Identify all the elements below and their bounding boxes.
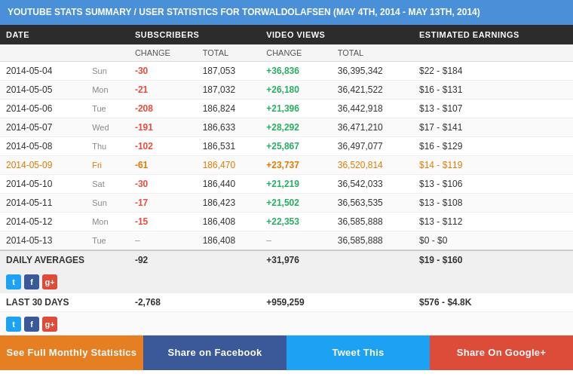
daily-averages-row: DAILY AVERAGES -92 +31,976 $19 - $160 (0, 250, 573, 270)
row-sub-total: 186,440 (197, 174, 261, 193)
row-sub-change: -17 (129, 193, 197, 212)
row-view-total: 36,395,342 (332, 61, 413, 80)
date-header: DATE (0, 25, 129, 44)
row-date: 2014-05-13 (0, 231, 86, 250)
row-day: Sat (86, 174, 129, 193)
row-sub-change: -21 (129, 80, 197, 99)
row-sub-change: -208 (129, 99, 197, 118)
row-sub-total: 186,633 (197, 118, 261, 136)
view-change-header: CHANGE (260, 44, 332, 62)
table-row: 2014-05-08 Thu -102 186,531 +25,867 36,4… (0, 136, 573, 155)
row-view-change: +22,353 (260, 212, 332, 231)
row-view-change: +21,396 (260, 99, 332, 118)
row-sub-change: -61 (129, 155, 197, 174)
table-row: 2014-05-12 Mon -15 186,408 +22,353 36,58… (0, 212, 573, 231)
row-day: Sun (86, 193, 129, 212)
facebook-share-button[interactable]: Share on Facebook (143, 335, 286, 370)
row-day: Wed (86, 118, 129, 136)
tweet-button[interactable]: Tweet This (286, 335, 430, 370)
table-container: DATE SUBSCRIBERS VIDEO VIEWS ESTIMATED E… (0, 25, 573, 335)
table-row: 2014-05-05 Mon -21 187,032 +26,180 36,42… (0, 80, 573, 99)
row-sub-change: -30 (129, 174, 197, 193)
row-earnings: $0 - $0 (413, 231, 573, 250)
table-row: 2014-05-06 Tue -208 186,824 +21,396 36,4… (0, 99, 573, 118)
row-view-total: 36,471,210 (332, 118, 413, 136)
row-day: Mon (86, 80, 129, 99)
table-row: 2014-05-13 Tue – 186,408 – 36,585,888 $0… (0, 231, 573, 250)
twitter-icon-avg[interactable]: t (6, 274, 21, 289)
date-sub (0, 44, 129, 62)
gplus-icon-last30[interactable]: g+ (42, 317, 57, 332)
gplus-share-button[interactable]: Share On Google+ (430, 335, 573, 370)
social-icons-row-last30: t f g+ (0, 311, 573, 335)
row-view-total: 36,585,888 (332, 231, 413, 250)
avg-earnings: $19 - $160 (413, 250, 573, 270)
header-title: YOUTUBE STATS SUMMARY / USER STATISTICS … (8, 7, 480, 17)
stats-table: DATE SUBSCRIBERS VIDEO VIEWS ESTIMATED E… (0, 25, 573, 335)
row-view-total: 36,563,535 (332, 193, 413, 212)
row-view-change: +23,737 (260, 155, 332, 174)
row-view-total: 36,585,888 (332, 212, 413, 231)
video-views-header: VIDEO VIEWS (260, 25, 413, 44)
row-date: 2014-05-07 (0, 118, 86, 136)
last30-sub-change: -2,768 (129, 292, 197, 311)
row-view-change: +25,867 (260, 136, 332, 155)
row-sub-change: -102 (129, 136, 197, 155)
table-row: 2014-05-11 Sun -17 186,423 +21,502 36,56… (0, 193, 573, 212)
row-sub-total: 187,032 (197, 80, 261, 99)
row-sub-change: -30 (129, 61, 197, 80)
row-sub-change: – (129, 231, 197, 250)
row-earnings: $16 - $131 (413, 80, 573, 99)
row-day: Fri (86, 155, 129, 174)
earnings-header: ESTIMATED EARNINGS (413, 25, 573, 44)
last30-sub-total (197, 292, 261, 311)
last30-view-change: +959,259 (260, 292, 332, 311)
table-row: 2014-05-07 Wed -191 186,633 +28,292 36,4… (0, 118, 573, 136)
row-earnings: $17 - $141 (413, 118, 573, 136)
social-icons-cell: t f g+ (0, 269, 573, 292)
row-earnings: $13 - $112 (413, 212, 573, 231)
gplus-icon-avg[interactable]: g+ (42, 274, 57, 289)
row-sub-total: 186,408 (197, 231, 261, 250)
row-view-change: +36,836 (260, 61, 332, 80)
row-sub-total: 186,408 (197, 212, 261, 231)
row-date: 2014-05-06 (0, 99, 86, 118)
row-view-change: +28,292 (260, 118, 332, 136)
row-sub-total: 186,824 (197, 99, 261, 118)
row-day: Tue (86, 231, 129, 250)
row-earnings: $22 - $184 (413, 61, 573, 80)
earnings-sub (413, 44, 573, 62)
last30-view-total (332, 292, 413, 311)
row-view-change: +21,219 (260, 174, 332, 193)
row-date: 2014-05-05 (0, 80, 86, 99)
row-date: 2014-05-04 (0, 61, 86, 80)
table-row: 2014-05-09 Fri -61 186,470 +23,737 36,52… (0, 155, 573, 174)
row-earnings: $14 - $119 (413, 155, 573, 174)
row-earnings: $13 - $106 (413, 174, 573, 193)
row-day: Thu (86, 136, 129, 155)
social-icons-row: t f g+ (0, 269, 573, 292)
row-day: Tue (86, 99, 129, 118)
row-date: 2014-05-08 (0, 136, 86, 155)
row-date: 2014-05-11 (0, 193, 86, 212)
row-date: 2014-05-09 (0, 155, 86, 174)
avg-sub-total (197, 250, 261, 270)
monthly-stats-button[interactable]: See Full Monthly Statistics (0, 335, 143, 370)
row-view-total: 36,421,522 (332, 80, 413, 99)
facebook-icon-last30[interactable]: f (24, 317, 39, 332)
row-earnings: $13 - $108 (413, 193, 573, 212)
row-sub-total: 187,053 (197, 61, 261, 80)
row-sub-change: -191 (129, 118, 197, 136)
last30-earnings: $576 - $4.8K (413, 292, 573, 311)
sub-total-header: TOTAL (197, 44, 261, 62)
facebook-icon-avg[interactable]: f (24, 274, 39, 289)
row-sub-total: 186,470 (197, 155, 261, 174)
view-total-header: TOTAL (332, 44, 413, 62)
sub-headers: CHANGE TOTAL CHANGE TOTAL (0, 44, 573, 62)
row-sub-total: 186,423 (197, 193, 261, 212)
row-date: 2014-05-10 (0, 174, 86, 193)
row-view-change: – (260, 231, 332, 250)
last30-label: LAST 30 DAYS (0, 292, 129, 311)
twitter-icon-last30[interactable]: t (6, 317, 21, 332)
avg-view-change: +31,976 (260, 250, 332, 270)
